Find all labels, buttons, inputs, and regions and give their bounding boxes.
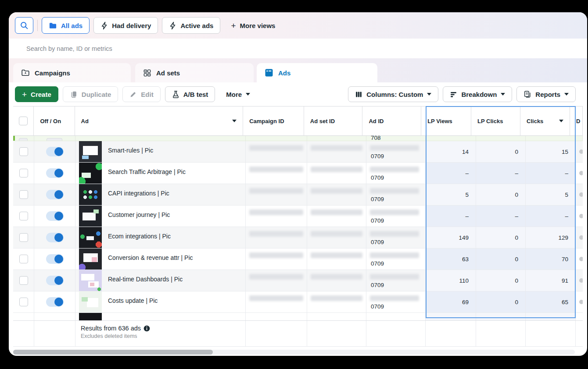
edit-button[interactable]: Edit xyxy=(122,86,160,102)
search-strip xyxy=(9,39,587,58)
had-delivery-view-button[interactable]: Had delivery xyxy=(93,17,158,34)
row-checkbox[interactable] xyxy=(19,190,28,199)
horizontal-scrollbar-thumb[interactable] xyxy=(13,350,213,355)
header-lp-clicks[interactable]: LP Clicks xyxy=(471,106,520,135)
sort-caret-icon[interactable] xyxy=(232,120,237,122)
row-checkbox[interactable] xyxy=(19,298,28,306)
tab-ads-label: Ads xyxy=(278,69,290,77)
ad-id-cell: 0709 xyxy=(366,227,426,248)
row-checkbox[interactable] xyxy=(19,276,28,285)
ad-cell: Search Traffic Arbitrage | Pic xyxy=(75,163,246,184)
ad-name[interactable]: Conversion & revenue attr | Pic xyxy=(108,254,193,261)
row-checkbox[interactable] xyxy=(19,169,28,177)
header-ad-set-id[interactable]: Ad set ID xyxy=(304,106,363,135)
row-checkbox[interactable] xyxy=(19,147,28,156)
redacted-campaign-id xyxy=(249,167,303,172)
ad-set-id-cell xyxy=(307,248,366,270)
clicks-value: 129 xyxy=(526,227,576,248)
campaign-id-cell xyxy=(246,248,307,270)
more-actions-button[interactable]: More xyxy=(219,86,257,102)
reports-button[interactable]: Reports xyxy=(516,86,576,102)
columns-button[interactable]: Columns: Custom xyxy=(348,86,438,102)
ad-name[interactable]: Ecom integrations | Pic xyxy=(108,233,171,240)
all-ads-view-button[interactable]: All ads xyxy=(42,17,90,34)
create-label: Create xyxy=(31,91,51,98)
row-checkbox-cell xyxy=(13,184,34,205)
table-row[interactable]: Conversion & revenue attr | Pic 0709 63 … xyxy=(13,248,583,270)
select-all-checkbox[interactable] xyxy=(19,117,28,125)
row-checkbox[interactable] xyxy=(19,233,28,242)
plus-icon: + xyxy=(22,90,27,99)
table-row[interactable]: Costs update | Pic 0709 69 0 65 xyxy=(13,291,583,313)
table-row[interactable]: Customer journey | Pic 0709 – – – xyxy=(13,206,583,227)
redacted-dot xyxy=(579,257,583,261)
ad-set-id-cell xyxy=(307,163,366,184)
row-checkbox[interactable] xyxy=(19,212,28,220)
redacted-ad-id xyxy=(370,145,419,151)
tab-campaigns-label: Campaigns xyxy=(35,69,70,77)
off-on-toggle[interactable] xyxy=(46,233,64,242)
off-on-toggle[interactable] xyxy=(46,147,64,156)
tab-ad-sets[interactable]: Ad sets xyxy=(135,63,254,82)
reports-icon xyxy=(523,90,531,98)
off-on-toggle[interactable] xyxy=(46,168,64,178)
active-ads-view-button[interactable]: Active ads xyxy=(162,17,220,34)
create-button[interactable]: + Create xyxy=(15,86,58,102)
off-on-toggle[interactable] xyxy=(46,254,64,264)
row-checkbox[interactable] xyxy=(19,255,28,263)
more-views-button[interactable]: + More views xyxy=(224,17,282,34)
off-on-toggle[interactable] xyxy=(46,211,64,221)
search-button[interactable] xyxy=(15,17,33,34)
ad-name[interactable]: Real-time Dashboards | Pic xyxy=(108,276,183,283)
ad-name[interactable]: Customer journey | Pic xyxy=(108,211,170,218)
row-toggle-cell xyxy=(34,227,75,248)
clicks-value: 65 xyxy=(526,291,576,312)
clicks-value: 15 xyxy=(526,141,576,162)
chevron-down-icon xyxy=(246,93,250,96)
ad-name[interactable]: Smart-rules | Pic xyxy=(108,147,153,154)
redacted-dot xyxy=(579,149,583,154)
sort-caret-icon[interactable] xyxy=(559,120,563,122)
bolt-icon xyxy=(100,21,108,30)
redacted-ad-set-id xyxy=(311,274,362,280)
off-on-toggle[interactable] xyxy=(46,297,64,307)
table-row[interactable]: Smart-rules | Pic 0709 14 0 15 xyxy=(13,141,583,163)
info-icon[interactable] xyxy=(143,325,150,332)
clipped-next-cell xyxy=(576,291,583,312)
search-icon xyxy=(20,21,29,30)
tab-campaigns[interactable]: Campaigns xyxy=(13,63,131,82)
campaign-id-cell xyxy=(246,141,307,162)
ad-thumbnail xyxy=(79,141,102,162)
horizontal-scrollbar[interactable] xyxy=(13,350,575,355)
active-row-indicator xyxy=(13,136,15,141)
off-on-toggle[interactable] xyxy=(46,276,64,285)
ad-id-cell: 0709 xyxy=(366,141,426,162)
tab-ads[interactable]: Ads xyxy=(257,63,377,82)
ad-name[interactable]: CAPI integrations | Pic xyxy=(108,190,169,197)
header-d-clipped[interactable]: D xyxy=(570,106,583,135)
header-campaign-id[interactable]: Campaign ID xyxy=(243,106,304,135)
ad-name[interactable]: Search Traffic Arbitrage | Pic xyxy=(108,168,186,175)
partial-active-row[interactable]: 708 xyxy=(13,136,583,141)
header-clicks[interactable]: Clicks xyxy=(520,106,570,135)
ad-set-id-cell xyxy=(307,270,366,291)
ad-id-cell: 0709 xyxy=(366,184,426,205)
table-row[interactable]: Real-time Dashboards | Pic 0709 110 0 91 xyxy=(13,270,583,291)
header-ad[interactable]: Ad xyxy=(75,106,244,135)
breakdown-button[interactable]: Breakdown xyxy=(443,86,512,102)
header-ad-id[interactable]: Ad ID xyxy=(362,106,421,135)
redacted-campaign-id xyxy=(249,274,303,280)
duplicate-button[interactable]: Duplicate xyxy=(63,86,118,102)
off-on-toggle[interactable] xyxy=(46,190,64,199)
table-row[interactable]: CAPI integrations | Pic 0709 5 0 5 xyxy=(13,184,583,206)
ab-test-button[interactable]: A/B test xyxy=(165,86,215,102)
row-toggle-cell xyxy=(34,163,75,184)
campaign-id-cell xyxy=(246,227,307,248)
header-lp-views[interactable]: LP Views xyxy=(421,106,471,135)
ad-name[interactable]: Costs update | Pic xyxy=(108,297,158,304)
header-off-on: Off / On xyxy=(34,106,75,135)
table-row[interactable]: Search Traffic Arbitrage | Pic 0709 – – … xyxy=(13,163,583,184)
table-row[interactable]: Ecom integrations | Pic 0709 149 0 129 xyxy=(13,227,583,248)
select-all-cell xyxy=(13,106,34,135)
search-input[interactable] xyxy=(26,45,570,52)
